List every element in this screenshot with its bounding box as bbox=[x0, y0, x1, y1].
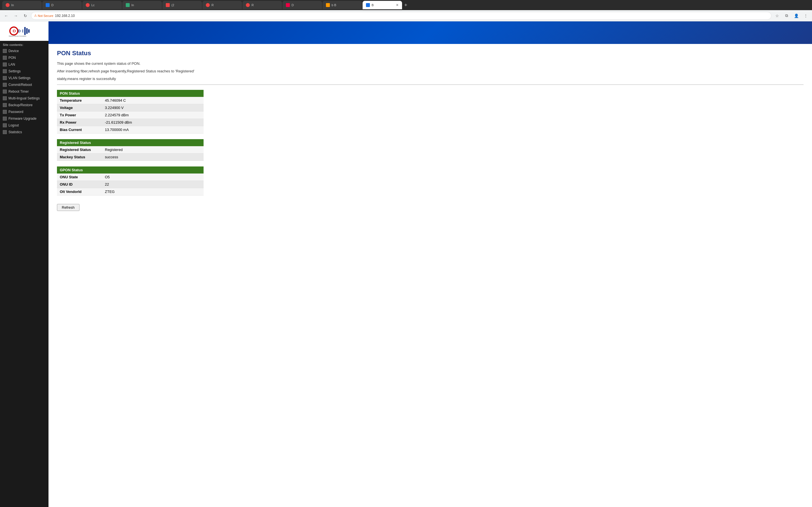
sidebar-item-password[interactable]: Password bbox=[0, 108, 49, 115]
site-contents-label: Site contents: bbox=[0, 41, 49, 48]
description-line3: stably,means register is successfully bbox=[57, 76, 804, 82]
sidebar-item-multilingual[interactable]: Multi-lingual Settings bbox=[0, 95, 49, 102]
favicon-2 bbox=[46, 3, 50, 7]
bookmark-button[interactable]: ☆ bbox=[773, 12, 781, 20]
table-label: Voltage bbox=[57, 104, 102, 112]
table-value: 3.224900 V bbox=[102, 104, 204, 112]
favicon-5 bbox=[166, 3, 170, 7]
tab-inactive-5[interactable]: (2 bbox=[162, 1, 202, 9]
gpon-status-header: GPON Status bbox=[57, 166, 204, 173]
tab-active[interactable]: B ✕ bbox=[363, 1, 402, 9]
tab-inactive-7[interactable]: R bbox=[243, 1, 282, 9]
sidebar-item-statistics[interactable]: Statistics bbox=[0, 129, 49, 135]
sidebar-item-commit-reboot[interactable]: Commit/Reboot bbox=[0, 81, 49, 88]
forward-button[interactable]: → bbox=[12, 12, 20, 20]
tab-title-9: b B bbox=[332, 3, 359, 7]
favicon-3 bbox=[86, 3, 90, 7]
sidebar-label-commit-reboot: Commit/Reboot bbox=[8, 83, 32, 87]
tab-inactive-2[interactable]: D bbox=[42, 1, 82, 9]
table-value: 2.224579 dBm bbox=[102, 112, 204, 119]
address-bar[interactable]: ⚠ Not Secure 192.168.2.10 bbox=[31, 12, 771, 20]
sidebar-item-device[interactable]: Device bbox=[0, 48, 49, 54]
sidebar-label-pon: PON bbox=[8, 56, 16, 60]
table-value: 22 bbox=[102, 181, 204, 188]
sidebar-label-firmware: Firmware Upgrade bbox=[8, 117, 36, 121]
new-tab-button[interactable]: + bbox=[403, 2, 409, 8]
tab-inactive-4[interactable]: In bbox=[122, 1, 162, 9]
logo-area: O D I Optical Device Innovation bbox=[0, 21, 49, 41]
sidebar-item-lan[interactable]: LAN bbox=[0, 61, 49, 68]
sidebar-label-password: Password bbox=[8, 110, 23, 114]
profile-button[interactable]: 👤 bbox=[792, 12, 800, 20]
nav-icon-commit-reboot bbox=[3, 83, 7, 87]
back-button[interactable]: ← bbox=[2, 12, 10, 20]
table-label: Tx Power bbox=[57, 112, 102, 119]
favicon-4 bbox=[126, 3, 130, 7]
tab-inactive-6[interactable]: R bbox=[202, 1, 242, 9]
table-value: 13.700000 mA bbox=[102, 126, 204, 133]
tab-inactive-9[interactable]: b B bbox=[322, 1, 362, 9]
registered-status-header: Registered Status bbox=[57, 139, 204, 146]
sidebar-item-vlan[interactable]: VLAN Settings bbox=[0, 75, 49, 81]
sidebar-item-settings[interactable]: Settings bbox=[0, 68, 49, 75]
extensions-button[interactable]: ⧉ bbox=[783, 12, 791, 20]
sidebar-item-logout[interactable]: Logout bbox=[0, 122, 49, 129]
tab-inactive-3[interactable]: Lc bbox=[82, 1, 122, 9]
nav-icon-settings bbox=[3, 69, 7, 73]
pon-status-table: Temperature45.746094 CVoltage3.224900 VT… bbox=[57, 97, 204, 133]
tab-title-7: R bbox=[252, 3, 278, 7]
sidebar: O D I Optical Device Innovation Site con… bbox=[0, 21, 49, 507]
reload-button[interactable]: ↻ bbox=[21, 12, 29, 20]
sidebar-label-statistics: Statistics bbox=[8, 130, 22, 134]
nav-icon-logout bbox=[3, 123, 7, 127]
nav-icon-reboot-timer bbox=[3, 90, 7, 94]
sidebar-item-pon[interactable]: PON bbox=[0, 54, 49, 61]
content-area: PON Status This page shows the current s… bbox=[49, 44, 812, 217]
tab-bar: In D Lc In (2 R R D bbox=[0, 0, 812, 10]
sidebar-item-backup[interactable]: Backup/Restore bbox=[0, 102, 49, 108]
svg-rect-6 bbox=[28, 29, 30, 33]
nav-bar: ← → ↻ ⚠ Not Secure 192.168.2.10 ☆ ⧉ 👤 ⋮ bbox=[0, 10, 812, 21]
page-title: PON Status bbox=[57, 50, 804, 57]
description-line2: After inserting fiber,refresh page frequ… bbox=[57, 68, 804, 74]
sidebar-label-device: Device bbox=[8, 49, 19, 53]
sidebar-item-reboot-timer[interactable]: Reboot Timer bbox=[0, 88, 49, 95]
nav-icon-multilingual bbox=[3, 96, 7, 100]
sidebar-label-backup: Backup/Restore bbox=[8, 103, 33, 107]
sidebar-item-firmware[interactable]: Firmware Upgrade bbox=[0, 115, 49, 122]
svg-text:I: I bbox=[22, 29, 23, 33]
refresh-button[interactable]: Refresh bbox=[57, 204, 80, 211]
table-value: success bbox=[102, 154, 204, 161]
table-value: Registered bbox=[102, 146, 204, 154]
svg-rect-5 bbox=[26, 28, 28, 34]
tab-title-6: R bbox=[211, 3, 239, 7]
tab-title-5: (2 bbox=[171, 3, 199, 7]
active-tab-title: B bbox=[371, 3, 394, 7]
tab-inactive-1[interactable]: In bbox=[2, 1, 42, 9]
table-label: Bias Current bbox=[57, 126, 102, 133]
table-label: Olt VendorId bbox=[57, 188, 102, 195]
svg-text:O: O bbox=[13, 29, 16, 33]
nav-icon-lan bbox=[3, 62, 7, 66]
tab-inactive-8[interactable]: D bbox=[283, 1, 322, 9]
favicon-9 bbox=[326, 3, 330, 7]
menu-button[interactable]: ⋮ bbox=[802, 12, 810, 20]
table-value: -21.611509 dBm bbox=[102, 119, 204, 126]
favicon-active bbox=[366, 3, 370, 7]
nav-icon-device bbox=[3, 49, 7, 53]
browser-chrome: In D Lc In (2 R R D bbox=[0, 0, 812, 21]
tab-title-1: In bbox=[11, 3, 38, 7]
close-tab-button[interactable]: ✕ bbox=[396, 3, 399, 7]
header-banner bbox=[49, 21, 812, 44]
svg-text:D: D bbox=[18, 29, 20, 33]
registered-status-section: Registered Status Registered StatusRegis… bbox=[57, 139, 204, 161]
table-label: ONU State bbox=[57, 173, 102, 181]
tab-title-8: D bbox=[292, 3, 319, 7]
svg-text:Optical Device Innovation: Optical Device Innovation bbox=[9, 35, 26, 37]
table-label: Rx Power bbox=[57, 119, 102, 126]
sidebar-label-lan: LAN bbox=[8, 62, 15, 66]
url-text: 192.168.2.10 bbox=[55, 14, 75, 18]
favicon-6 bbox=[206, 3, 210, 7]
table-label: Registered Status bbox=[57, 146, 102, 154]
main-content: PON Status This page shows the current s… bbox=[49, 21, 812, 507]
